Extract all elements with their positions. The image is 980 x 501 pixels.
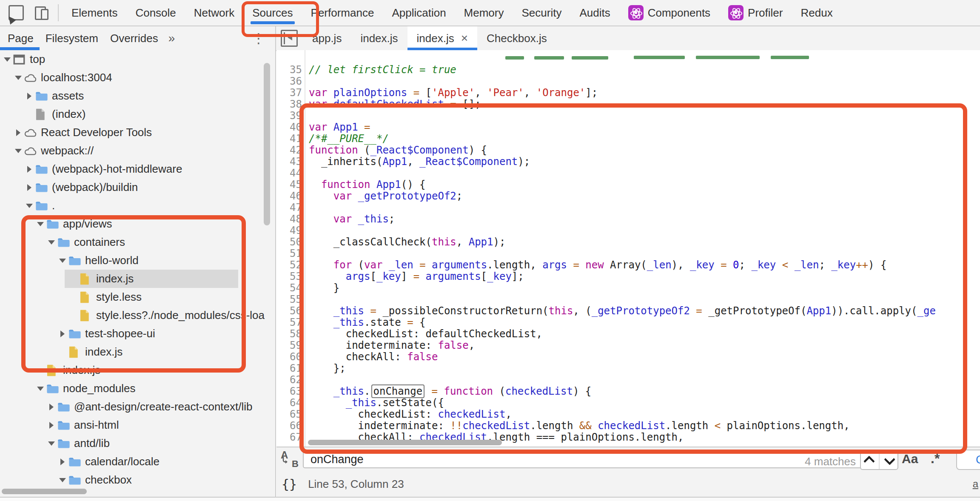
chevron-expanded-icon[interactable] xyxy=(2,57,13,62)
sidebar-tab-filesystem[interactable]: Filesystem xyxy=(40,26,104,50)
tab-security[interactable]: Security xyxy=(522,0,562,26)
tree-item--[interactable]: . xyxy=(0,196,276,215)
pretty-print-icon[interactable]: {} xyxy=(282,477,297,492)
tab-console[interactable]: Console xyxy=(135,0,176,26)
tree-item-index-js[interactable]: index.js xyxy=(0,361,276,379)
match-case-toggle[interactable]: Aa xyxy=(902,452,918,466)
chevron-expanded-icon[interactable] xyxy=(57,478,68,482)
tree-item-index-js[interactable]: index.js xyxy=(0,343,276,361)
next-match-button[interactable] xyxy=(879,451,897,469)
tree-item-label: ansi-html xyxy=(74,418,119,432)
tab-performance[interactable]: Performance xyxy=(311,0,374,26)
tree-item-calendar-locale[interactable]: calendar/locale xyxy=(0,453,276,471)
file-tab-checkbox.js[interactable]: Checkbox.js xyxy=(477,26,556,50)
sidebar-vertical-scrollbar[interactable] xyxy=(264,63,270,225)
tree-item--ant-design-create-react-context-lib[interactable]: @ant-design/create-react-context/lib xyxy=(0,398,276,416)
code-line: _this = _possibleConstructorReturn(this,… xyxy=(309,305,980,317)
tree-item-webpack-[interactable]: webpack:// xyxy=(0,142,276,160)
tree-item--webpack-buildin[interactable]: (webpack)/buildin xyxy=(0,178,276,196)
cancel-button[interactable]: C xyxy=(956,450,980,470)
more-options-icon[interactable]: ⋮ xyxy=(252,26,265,50)
tab-sources[interactable]: Sources xyxy=(252,0,293,26)
sidebar-tab-page[interactable]: Page xyxy=(0,26,40,50)
tree-item-containers[interactable]: containers xyxy=(0,233,276,251)
tab-redux[interactable]: Redux xyxy=(801,0,832,26)
tab-label: Performance xyxy=(311,6,374,20)
close-tab-icon[interactable]: × xyxy=(461,32,468,44)
tree-item-style-less-node-modules-css-loa[interactable]: style.less?./node_modules/css-loa xyxy=(0,306,276,325)
tree-item-antd-lib[interactable]: antd/lib xyxy=(0,434,276,453)
chevron-expanded-icon[interactable] xyxy=(35,387,46,391)
previous-match-button[interactable] xyxy=(861,451,879,469)
file-yellow-icon xyxy=(46,364,60,377)
regex-toggle[interactable]: .* xyxy=(931,451,940,467)
folder-icon xyxy=(57,419,71,432)
match-count: 4 matches xyxy=(805,455,856,468)
chevron-expanded-icon[interactable] xyxy=(24,204,35,208)
tree-item--webpack-hot-middleware[interactable]: (webpack)-hot-middleware xyxy=(0,160,276,178)
file-yellow-icon xyxy=(79,291,93,304)
react-devtools-icon xyxy=(728,5,744,20)
panel-divider[interactable] xyxy=(275,26,276,498)
folder-icon xyxy=(68,455,82,468)
tree-item-checkbox[interactable]: checkbox xyxy=(0,471,276,489)
tree-item-app-views[interactable]: app/views xyxy=(0,215,276,233)
file-yellow-icon xyxy=(79,273,93,285)
line-number: 41 xyxy=(276,133,302,145)
chevron-collapsed-icon[interactable] xyxy=(57,330,68,337)
file-tab-index.js[interactable]: index.js xyxy=(351,26,407,50)
tab-audits[interactable]: Audits xyxy=(579,0,610,26)
chevron-collapsed-icon[interactable] xyxy=(24,166,35,173)
tree-item-assets[interactable]: assets xyxy=(0,87,276,105)
tree-items: toplocalhost:3004assets(index)React Deve… xyxy=(0,50,276,489)
line-number: 62 xyxy=(276,374,302,386)
tree-item-react-developer-tools[interactable]: React Developer Tools xyxy=(0,123,276,142)
chevron-expanded-icon[interactable] xyxy=(13,149,24,153)
code-content[interactable]: // let firstClick = true var plainOption… xyxy=(309,64,980,443)
tree-item-test-shopee-ui[interactable]: test-shopee-ui xyxy=(0,325,276,343)
chevron-expanded-icon[interactable] xyxy=(13,76,24,80)
device-toolbar-icon[interactable] xyxy=(35,6,49,20)
chevron-expanded-icon[interactable] xyxy=(46,240,57,245)
more-tabs-icon[interactable]: » xyxy=(164,31,179,45)
tab-memory[interactable]: Memory xyxy=(464,0,504,26)
tree-item-label: React Developer Tools xyxy=(41,126,152,139)
tab-label: Application xyxy=(392,6,446,20)
chevron-collapsed-icon[interactable] xyxy=(24,93,35,100)
tree-item-top[interactable]: top xyxy=(0,50,276,68)
tab-profiler[interactable]: Profiler xyxy=(728,0,783,26)
code-line xyxy=(309,374,980,386)
file-tab-index.js[interactable]: index.js× xyxy=(407,26,478,50)
tree-item-index-js[interactable]: index.js xyxy=(0,270,276,288)
chevron-collapsed-icon[interactable] xyxy=(46,422,57,429)
tree-item-node-modules[interactable]: node_modules xyxy=(0,379,276,398)
tree-item-label: test-shopee-ui xyxy=(85,327,155,340)
chevron-expanded-icon[interactable] xyxy=(35,222,46,226)
sidebar-horizontal-scrollbar[interactable] xyxy=(2,489,87,494)
sidebar-tab-overrides[interactable]: Overrides xyxy=(104,26,164,50)
tab-components[interactable]: Components xyxy=(628,0,710,26)
chevron-collapsed-icon[interactable] xyxy=(57,458,68,465)
chevron-collapsed-icon[interactable] xyxy=(13,129,24,136)
tree-item-hello-world[interactable]: hello-world xyxy=(0,251,276,270)
replace-toggle-icon[interactable]: A B xyxy=(280,450,300,469)
tree-item-localhost-3004[interactable]: localhost:3004 xyxy=(0,68,276,87)
code-editor[interactable]: 3536373839404142434445464748495051525354… xyxy=(276,50,980,447)
match-navigation xyxy=(860,450,898,470)
inspect-element-icon[interactable] xyxy=(9,5,24,20)
chevron-collapsed-icon[interactable] xyxy=(46,404,57,410)
tree-item-style-less[interactable]: style.less xyxy=(0,288,276,306)
chevron-expanded-icon[interactable] xyxy=(46,441,57,446)
chevron-expanded-icon[interactable] xyxy=(57,259,68,263)
file-tab-app.js[interactable]: app.js xyxy=(303,26,351,50)
tree-item--index-[interactable]: (index) xyxy=(0,105,276,123)
tab-network[interactable]: Network xyxy=(194,0,234,26)
tab-elements[interactable]: Elements xyxy=(71,0,117,26)
hide-navigator-icon[interactable] xyxy=(281,30,298,47)
code-line: for (var _len = arguments.length, args =… xyxy=(309,259,980,271)
tab-application[interactable]: Application xyxy=(392,0,446,26)
chevron-collapsed-icon[interactable] xyxy=(24,184,35,191)
tree-item-ansi-html[interactable]: ansi-html xyxy=(0,416,276,434)
editor-horizontal-scrollbar[interactable] xyxy=(308,440,502,445)
search-input[interactable]: onChange 4 matches xyxy=(303,450,863,468)
